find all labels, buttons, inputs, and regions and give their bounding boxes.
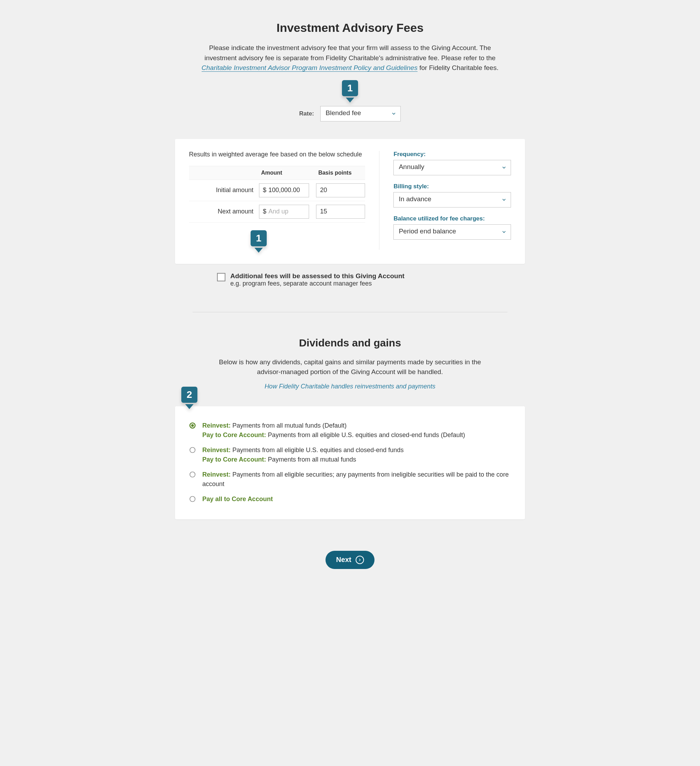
arrow-right-icon	[356, 556, 364, 564]
dividend-option-tail: Payments from all mutual funds (Default)	[231, 422, 347, 429]
dividend-option-text: Reinvest: Payments from all eligible sec…	[202, 470, 511, 489]
next-amount-input[interactable]: $	[259, 205, 309, 219]
schedule-row-label: Next amount	[189, 208, 259, 215]
dividend-option-key: Pay to Core Account:	[202, 432, 266, 438]
schedule-header: Amount Basis points	[189, 166, 365, 180]
radio-button[interactable]	[189, 422, 196, 429]
additional-fees-checkbox[interactable]	[217, 273, 225, 281]
dividend-option-tail: Payments from all mutual funds	[266, 456, 356, 463]
rate-select[interactable]: Blended fee	[320, 106, 401, 122]
dividend-option-tail: Payments from all eligible U.S. equities…	[231, 446, 404, 454]
frequency-select-value: Annually	[399, 163, 424, 171]
dividend-option[interactable]: Reinvest: Payments from all eligible U.S…	[189, 443, 511, 467]
dollar-icon: $	[263, 187, 266, 194]
dividend-option-text: Reinvest: Payments from all mutual funds…	[202, 421, 465, 440]
balance-select[interactable]: Period end balance	[393, 224, 511, 240]
schedule-row-label: Initial amount	[189, 187, 259, 194]
dollar-icon: $	[263, 208, 266, 215]
callout-marker-1-top: 1	[342, 80, 358, 100]
billing-style-select[interactable]: In advance	[393, 192, 511, 207]
dividend-option-key: Reinvest:	[202, 422, 231, 429]
dividends-link[interactable]: How Fidelity Charitable handles reinvest…	[264, 383, 436, 390]
radio-button[interactable]	[189, 471, 196, 478]
balance-label: Balance utilized for fee charges:	[393, 215, 511, 222]
billing-style-label: Billing style:	[393, 183, 511, 190]
balance-select-value: Period end balance	[399, 228, 456, 235]
fees-intro: Please indicate the investment advisory …	[201, 43, 499, 73]
fees-intro-pre: Please indicate the investment advisory …	[204, 44, 496, 62]
svg-point-3	[190, 472, 195, 477]
dividend-option-text: Reinvest: Payments from all eligible U.S…	[202, 445, 404, 464]
dividend-option-key: Reinvest:	[202, 471, 231, 478]
dividends-card: 2 Reinvest: Payments from all mutual fun…	[175, 406, 525, 519]
chevron-down-icon	[391, 111, 396, 116]
svg-point-2	[190, 447, 195, 453]
schedule-header-amount: Amount	[259, 170, 316, 176]
dividend-option-text: Pay all to Core Account	[202, 494, 272, 504]
radio-button[interactable]	[189, 495, 196, 503]
additional-fees-title: Additional fees will be assessed to this…	[230, 272, 405, 280]
chevron-down-icon	[502, 197, 507, 202]
dividend-option[interactable]: Reinvest: Payments from all mutual funds…	[189, 418, 511, 443]
dividends-intro: Below is how any dividends, capital gain…	[217, 357, 483, 377]
initial-bp-input[interactable]	[316, 184, 365, 197]
next-button[interactable]: Next	[326, 551, 374, 569]
initial-amount-input[interactable]: $	[259, 184, 309, 197]
next-bp-input[interactable]	[316, 205, 365, 219]
page-title: Investment Advisory Fees	[175, 21, 525, 35]
dividend-option-key: Reinvest:	[202, 446, 231, 454]
dividend-option[interactable]: Pay all to Core Account	[189, 492, 511, 507]
dividend-option-tail: Payments from all eligible securities; a…	[202, 471, 508, 487]
radio-button[interactable]	[189, 446, 196, 454]
svg-point-1	[191, 424, 194, 427]
initial-amount-value[interactable]	[268, 184, 305, 197]
fees-intro-post: for Fidelity Charitable fees.	[419, 64, 499, 71]
schedule-description: Results in weighted average fee based on…	[189, 151, 365, 158]
dividend-option-key: Pay to Core Account:	[202, 456, 266, 463]
dividend-option-tail: Payments from all eligible U.S. equities…	[266, 432, 465, 438]
billing-style-select-value: In advance	[399, 195, 431, 203]
section-divider	[193, 312, 507, 312]
svg-point-4	[190, 496, 195, 502]
frequency-select[interactable]: Annually	[393, 160, 511, 175]
frequency-label: Frequency:	[393, 151, 511, 158]
schedule-row: Next amount $	[189, 201, 365, 223]
dividend-option-key: Pay all to Core Account	[202, 495, 272, 503]
rate-select-value: Blended fee	[326, 109, 361, 117]
chevron-down-icon	[502, 229, 507, 234]
policy-link[interactable]: Charitable Investment Advisor Program In…	[201, 64, 418, 72]
chevron-down-icon	[502, 165, 507, 170]
callout-marker-1-bottom: 1	[250, 230, 267, 250]
callout-marker-2: 2	[181, 387, 197, 406]
rate-label: Rate:	[299, 110, 314, 117]
next-button-label: Next	[336, 556, 351, 564]
additional-fees-row[interactable]: Additional fees will be assessed to this…	[217, 272, 483, 287]
dividend-option[interactable]: Reinvest: Payments from all eligible sec…	[189, 467, 511, 492]
next-amount-value[interactable]	[268, 205, 305, 218]
schedule-header-bp: Basis points	[316, 170, 365, 176]
dividends-title: Dividends and gains	[175, 337, 525, 349]
schedule-row: Initial amount $	[189, 180, 365, 201]
additional-fees-sub: e.g. program fees, separate account mana…	[230, 280, 372, 287]
fees-card: Results in weighted average fee based on…	[175, 139, 525, 264]
